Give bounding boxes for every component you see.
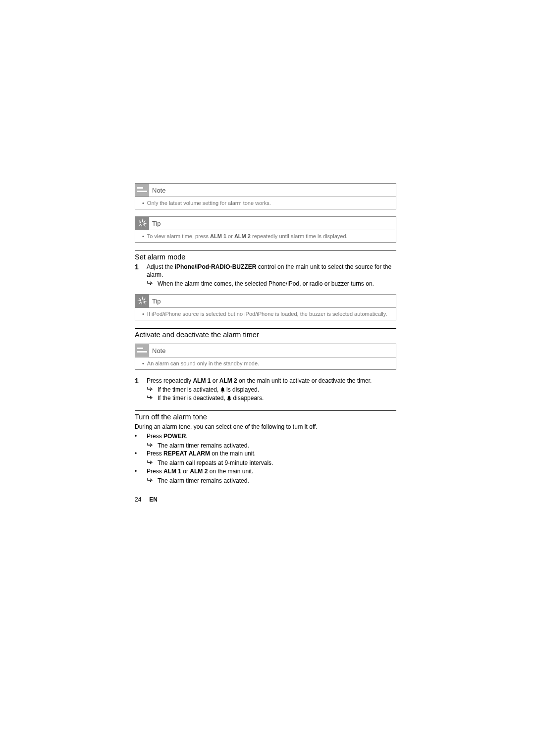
step-row: 1 Adjust the iPhone/iPod-RADIO-BUZZER co…: [135, 263, 396, 288]
bell-icon: [220, 386, 225, 393]
page-footer: 24 EN: [135, 496, 396, 503]
bell-icon: [227, 395, 231, 402]
svg-rect-1: [137, 187, 143, 189]
tip-icon: [135, 217, 149, 230]
sub-text: If the timer is deactivated, disappears.: [158, 394, 264, 403]
callout-body: An alarm can sound only in the standby m…: [135, 357, 396, 369]
svg-rect-0: [135, 184, 149, 197]
sub-list-item: If the timer is deactivated, disappears.: [147, 394, 396, 403]
arrow-right-icon: [147, 280, 154, 288]
bold-text: POWER: [163, 433, 186, 440]
bold-text: REPEAT ALARM: [163, 450, 210, 457]
text-fragment: is displayed.: [225, 386, 259, 393]
list-item: • Press POWER. The alarm timer remains a…: [135, 432, 396, 450]
item-body: Press POWER. The alarm timer remains act…: [147, 432, 396, 450]
text-fragment: or: [181, 468, 190, 475]
text-fragment: .: [186, 433, 187, 440]
section-heading-activate: Activate and deactivate the alarm timer: [135, 331, 396, 339]
section-rule: [135, 328, 396, 329]
sub-list-item: The alarm timer remains activated.: [147, 477, 396, 485]
bold-text: ALM 1: [210, 233, 226, 239]
note-callout: Note An alarm can sound only in the stan…: [135, 344, 396, 370]
text-fragment: If the timer is activated,: [158, 386, 220, 393]
text-fragment: on the main unit.: [208, 468, 253, 475]
text-fragment: repeatedly until alarm time is displayed…: [251, 233, 348, 239]
bullet-list: • Press POWER. The alarm timer remains a…: [135, 432, 396, 485]
sub-list: When the alarm time comes, the selected …: [147, 280, 396, 288]
text-fragment: Press: [147, 433, 163, 440]
step-body: Press repeatedly ALM 1 or ALM 2 on the m…: [147, 377, 396, 403]
callout-item: If iPod/iPhone source is selected but no…: [142, 311, 391, 317]
note-icon: [135, 184, 149, 197]
callout-body: Only the latest volume setting for alarm…: [135, 197, 396, 209]
bullet-dot: •: [135, 432, 141, 450]
bold-text: ALM 2: [190, 468, 208, 475]
sub-list-item: When the alarm time comes, the selected …: [147, 280, 396, 288]
step-row: 1 Press repeatedly ALM 1 or ALM 2 on the…: [135, 377, 396, 403]
intro-text: During an alarm tone, you can select one…: [135, 423, 396, 431]
section-heading-turn-off: Turn off the alarm tone: [135, 413, 396, 421]
text-fragment: To view alarm time, press: [147, 233, 210, 239]
list-item: • Press ALM 1 or ALM 2 on the main unit.…: [135, 467, 396, 485]
callout-body: To view alarm time, press ALM 1 or ALM 2…: [135, 230, 396, 242]
tip-icon: [135, 295, 149, 307]
callout-item: Only the latest volume setting for alarm…: [142, 200, 391, 206]
sub-list-item: If the timer is activated, is displayed.: [147, 386, 396, 394]
arrow-right-icon: [147, 394, 154, 403]
callout-title: Tip: [152, 220, 161, 227]
callout-header: Note: [135, 344, 396, 357]
page-number: 24: [135, 496, 141, 503]
text-fragment: Press repeatedly: [147, 377, 193, 384]
svg-rect-2: [137, 191, 147, 192]
list-item: • Press REPEAT ALARM on the main unit. T…: [135, 450, 396, 467]
text-fragment: or: [226, 233, 234, 239]
sub-text: If the timer is activated, is displayed.: [158, 386, 259, 394]
section-heading-set-alarm: Set alarm mode: [135, 253, 396, 261]
step-number: 1: [135, 263, 141, 288]
bold-text: iPhone/iPod-RADIO-BUZZER: [175, 263, 257, 270]
arrow-right-icon: [147, 477, 154, 485]
bold-text: ALM 1: [193, 377, 211, 384]
tip-callout: Tip To view alarm time, press ALM 1 or A…: [135, 216, 396, 243]
callout-title: Note: [152, 187, 165, 194]
callout-body: If iPod/iPhone source is selected but no…: [135, 307, 396, 320]
section-rule: [135, 251, 396, 251]
item-body: Press REPEAT ALARM on the main unit. The…: [147, 450, 396, 467]
bold-text: ALM 2: [219, 377, 237, 384]
arrow-right-icon: [147, 459, 154, 467]
sub-list-item: The alarm timer remains activated.: [147, 442, 396, 450]
arrow-right-icon: [147, 386, 154, 394]
callout-item: An alarm can sound only in the standby m…: [142, 360, 391, 366]
sub-text: The alarm timer remains activated.: [158, 477, 249, 485]
text-fragment: disappears.: [231, 395, 264, 402]
sub-text: When the alarm time comes, the selected …: [158, 280, 374, 288]
callout-header: Tip: [135, 295, 396, 307]
step-body: Adjust the iPhone/iPod-RADIO-BUZZER cont…: [147, 263, 396, 288]
text-fragment: on the main unit to activate or deactiva…: [237, 377, 372, 384]
sub-list-item: The alarm call repeats at 9-minute inter…: [147, 459, 396, 467]
text-fragment: Adjust the: [147, 263, 175, 270]
sub-text: The alarm timer remains activated.: [158, 442, 249, 450]
step-number: 1: [135, 377, 141, 403]
callout-title: Tip: [152, 298, 161, 305]
callout-header: Note: [135, 184, 396, 197]
text-fragment: on the main unit.: [210, 450, 256, 457]
sub-list: If the timer is activated, is displayed.…: [147, 386, 396, 403]
callout-item: To view alarm time, press ALM 1 or ALM 2…: [142, 233, 391, 239]
note-icon: [135, 344, 149, 357]
svg-rect-22: [137, 348, 143, 349]
note-callout: Note Only the latest volume setting for …: [135, 183, 396, 209]
sub-text: The alarm call repeats at 9-minute inter…: [158, 459, 273, 467]
text-fragment: or: [211, 377, 219, 384]
language-code: EN: [149, 496, 158, 503]
tip-callout: Tip If iPod/iPhone source is selected bu…: [135, 294, 396, 320]
manual-page-content: Note Only the latest volume setting for …: [135, 183, 396, 503]
section-rule: [135, 410, 396, 411]
svg-rect-23: [137, 351, 147, 353]
arrow-right-icon: [147, 442, 154, 450]
callout-header: Tip: [135, 217, 396, 230]
bold-text: ALM 2: [234, 233, 251, 239]
callout-title: Note: [152, 347, 165, 354]
bold-text: ALM 1: [163, 468, 181, 475]
text-fragment: If the timer is deactivated,: [158, 395, 227, 402]
